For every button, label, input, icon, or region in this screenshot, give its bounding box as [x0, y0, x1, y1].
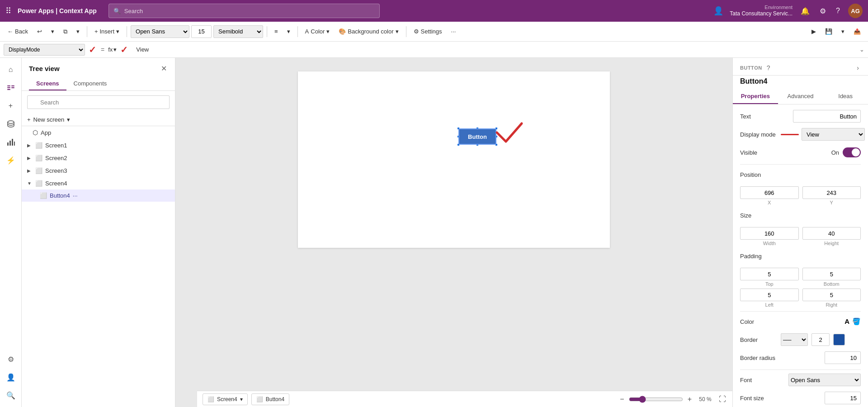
visible-toggle-switch[interactable]	[843, 147, 861, 157]
undo-dropdown-button[interactable]: ▾	[47, 24, 58, 39]
pad-bottom-wrap: Bottom	[802, 268, 861, 287]
tree-item-app[interactable]: ⬡ App	[22, 126, 175, 139]
insert-button[interactable]: + Insert ▾	[91, 24, 123, 39]
bg-color-button[interactable]: 🎨 Background color ▾	[335, 24, 402, 39]
tree-close-button[interactable]: ✕	[160, 63, 168, 74]
sidebar-flow-icon[interactable]: ⚡	[3, 152, 19, 168]
expand-icon: ▶	[27, 156, 33, 161]
tree-search-input[interactable]	[27, 95, 170, 109]
tab-ideas[interactable]: Ideas	[823, 89, 868, 104]
height-input[interactable]	[802, 227, 861, 240]
width-input[interactable]	[740, 227, 799, 240]
undo-button[interactable]: ↩	[33, 24, 46, 39]
font-family-select[interactable]: Open Sans	[131, 25, 189, 38]
font-size-input[interactable]	[191, 25, 212, 38]
tab-advanced[interactable]: Advanced	[778, 89, 823, 104]
text-color-swatch[interactable]: A	[844, 317, 849, 326]
help-icon[interactable]: ?	[834, 5, 842, 17]
sidebar-data-icon[interactable]	[3, 116, 19, 132]
pad-top-input[interactable]	[740, 268, 799, 280]
zoom-slider[interactable]	[629, 396, 683, 403]
sidebar-settings-icon[interactable]: ⚙	[3, 351, 19, 367]
main-layout: ⌂ + ⚡ ⚙ 👤 🔍 Tree view ✕ Scr	[0, 58, 868, 407]
tree-header: Tree view ✕	[22, 58, 175, 77]
more-options-button[interactable]: ···	[448, 24, 460, 39]
right-panel-body: Text Display mode View Visible On	[733, 104, 868, 407]
align-button[interactable]: ≡	[271, 24, 282, 39]
font-size-input-r[interactable]	[825, 392, 861, 404]
element-tab[interactable]: ⬜ Button4	[251, 393, 289, 405]
avatar[interactable]: AG	[848, 4, 863, 18]
border-radius-input[interactable]	[825, 351, 861, 364]
svg-point-5	[8, 121, 14, 123]
preview-play-icon[interactable]: ▶	[808, 24, 820, 39]
prop-display-mode: Display mode View	[740, 128, 861, 141]
tree-item-button4[interactable]: ⬜ Button4 ···	[22, 189, 175, 202]
pad-left-input[interactable]	[740, 289, 799, 301]
tab-properties[interactable]: Properties	[733, 89, 778, 104]
tab-screens[interactable]: Screens	[29, 77, 66, 90]
sidebar-insert-icon[interactable]: +	[3, 98, 19, 114]
prop-border: Border ──	[740, 333, 861, 346]
display-mode-select[interactable]: View	[802, 128, 865, 141]
zoom-in-button[interactable]: +	[687, 394, 693, 404]
help-circle-icon[interactable]: ?	[765, 62, 772, 73]
font-label: Font	[740, 377, 781, 383]
right-panel-expand-button[interactable]: ›	[855, 62, 861, 73]
settings-icon[interactable]: ⚙	[818, 5, 828, 17]
paste-dropdown-button[interactable]: ▾	[73, 24, 83, 39]
tree-item-screen1[interactable]: ▶ ⬜ Screen1 ···	[22, 139, 175, 151]
more-icon[interactable]: ···	[73, 192, 78, 199]
text-input[interactable]	[793, 110, 861, 123]
checkmark-annotation-2: ✓	[120, 44, 128, 55]
formula-input[interactable]	[133, 44, 856, 56]
checkmark-annotation-1: ✓	[89, 44, 96, 55]
tab-components[interactable]: Components	[66, 77, 114, 90]
global-search[interactable]: 🔍 Search	[108, 4, 380, 18]
sidebar-search-icon[interactable]: 🔍	[3, 387, 19, 403]
align-dropdown[interactable]: ▾	[283, 24, 294, 39]
divider-2	[740, 311, 861, 312]
save-icon[interactable]: 💾	[821, 24, 836, 39]
screen-tab[interactable]: ⬜ Screen4 ▾	[203, 393, 248, 405]
toolbar-right-chevron[interactable]: ▾	[838, 24, 848, 39]
sidebar-user-icon[interactable]: 👤	[3, 369, 19, 385]
border-width-input[interactable]	[811, 333, 830, 346]
tree-item-screen4[interactable]: ▼ ⬜ Screen4 ···	[22, 177, 175, 189]
width-wrap: Width	[740, 227, 799, 246]
pad-bottom-input[interactable]	[802, 268, 861, 280]
tree-item-screen2[interactable]: ▶ ⬜ Screen2 ···	[22, 151, 175, 164]
color-button[interactable]: A Color ▾	[302, 24, 334, 39]
fx-button[interactable]: fx ▾	[108, 46, 117, 53]
pad-right-input[interactable]	[802, 289, 861, 301]
back-button[interactable]: ← Back	[4, 24, 32, 39]
sidebar-analytics-icon[interactable]	[3, 134, 19, 150]
pad-right-wrap: Right	[802, 289, 861, 308]
border-color-swatch[interactable]	[833, 334, 845, 345]
apps-grid-icon[interactable]: ⠿	[5, 6, 11, 16]
divider-3	[740, 369, 861, 370]
position-x-input[interactable]	[740, 186, 799, 199]
expand-icon: ▶	[27, 168, 33, 173]
new-screen-button[interactable]: + New screen ▾	[22, 114, 175, 126]
toolbar: ← Back ↩ ▾ ⧉ ▾ + Insert ▾ Open Sans Semi…	[0, 22, 868, 42]
settings-toolbar-button[interactable]: ⚙ Settings	[410, 24, 446, 39]
border-style-select[interactable]: ──	[781, 333, 808, 346]
fullscreen-button[interactable]: ⛶	[718, 394, 727, 404]
fill-color-swatch[interactable]: 🪣	[852, 317, 861, 326]
sidebar-treeview-icon[interactable]	[3, 80, 19, 96]
new-screen-chevron-icon: ▾	[67, 116, 70, 123]
zoom-out-button[interactable]: −	[619, 394, 625, 404]
expand-icon: ▶	[27, 143, 33, 148]
copy-button[interactable]: ⧉	[60, 24, 71, 39]
position-y-input[interactable]	[802, 186, 861, 199]
publish-button[interactable]: 📤	[850, 24, 864, 39]
formula-expand-icon[interactable]: ⌄	[859, 46, 864, 53]
notifications-icon[interactable]: 🔔	[799, 5, 811, 17]
sidebar-home-icon[interactable]: ⌂	[3, 62, 19, 78]
property-selector[interactable]: DisplayMode	[4, 44, 85, 56]
font-weight-select[interactable]: Semibold	[213, 25, 263, 38]
canvas-button[interactable]: Button	[458, 128, 496, 145]
tree-item-screen3[interactable]: ▶ ⬜ Screen3 ···	[22, 164, 175, 177]
font-family-select-r[interactable]: Open Sans	[788, 374, 861, 386]
